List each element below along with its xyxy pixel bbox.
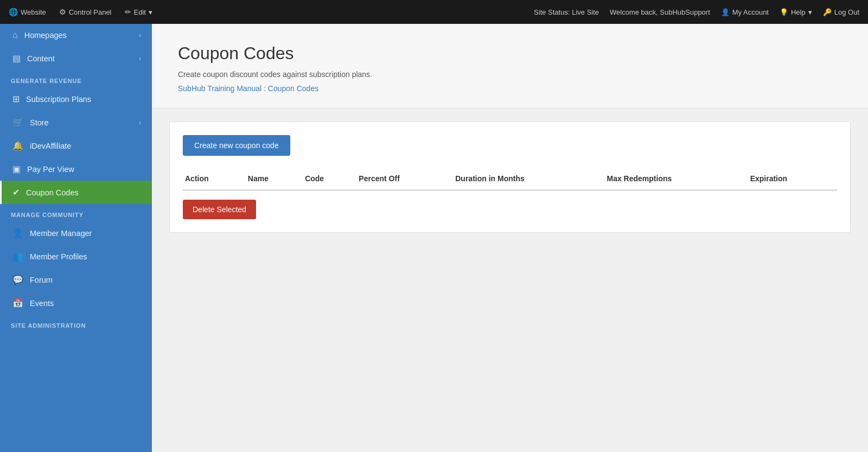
col-name: Name bbox=[246, 169, 303, 190]
logout-link[interactable]: 🔑 Log Out bbox=[823, 8, 859, 16]
sidebar-item-label: Member Manager bbox=[30, 229, 92, 238]
coupon-check-icon: ✔ bbox=[12, 187, 20, 198]
page-header: Coupon Codes Create coupon discount code… bbox=[152, 24, 868, 109]
help-chevron-icon: ▾ bbox=[808, 8, 812, 16]
website-link[interactable]: 🌐 Website bbox=[9, 8, 46, 16]
edit-chevron-icon: ▾ bbox=[149, 8, 152, 16]
my-account-icon: 👤 bbox=[721, 8, 730, 16]
sidebar-item-store[interactable]: 🛒 Store ‹ bbox=[0, 111, 152, 134]
col-percent-off: Percent Off bbox=[356, 169, 453, 190]
table-divider bbox=[183, 190, 837, 191]
globe-icon: 🌐 bbox=[9, 8, 18, 16]
member-profiles-icon: 👥 bbox=[12, 251, 23, 262]
col-expiration: Expiration bbox=[748, 169, 837, 190]
sidebar-item-coupon-codes[interactable]: ✔ Coupon Codes bbox=[0, 181, 152, 204]
page-title: Coupon Codes bbox=[178, 43, 842, 63]
sidebar-item-homepages[interactable]: ⌂ Homepages ‹ bbox=[0, 24, 152, 47]
content-area: Coupon Codes Create coupon discount code… bbox=[152, 24, 868, 452]
col-max-redemptions: Max Redemptions bbox=[604, 169, 748, 190]
site-status: Site Status: Live Site bbox=[534, 8, 599, 16]
chevron-icon: ‹ bbox=[139, 31, 141, 39]
chevron-icon: ‹ bbox=[139, 55, 141, 62]
top-bar-right: Site Status: Live Site Welcome back, Sub… bbox=[534, 8, 859, 16]
sidebar-item-label: Member Profiles bbox=[30, 252, 87, 261]
control-panel-link[interactable]: ⚙ Control Panel bbox=[59, 8, 112, 16]
events-icon: 📅 bbox=[12, 298, 23, 308]
section-manage-community: MANAGE COMMUNITY bbox=[0, 204, 152, 221]
col-duration-months: Duration in Months bbox=[453, 169, 604, 190]
sidebar-item-label: Coupon Codes bbox=[26, 188, 79, 197]
page-description: Create coupon discount codes against sub… bbox=[178, 70, 842, 79]
edit-icon: ✏ bbox=[125, 8, 131, 16]
card-body: Create new coupon code Action Name Code … bbox=[170, 122, 850, 232]
store-icon: 🛒 bbox=[12, 117, 23, 128]
help-link[interactable]: 💡 Help ▾ bbox=[780, 8, 812, 16]
top-bar-left: 🌐 Website ⚙ Control Panel ✏ Edit ▾ bbox=[9, 8, 152, 16]
top-bar: 🌐 Website ⚙ Control Panel ✏ Edit ▾ Site … bbox=[0, 0, 868, 24]
sidebar: ⌂ Homepages ‹ ▤ Content ‹ GENERATE REVEN… bbox=[0, 24, 152, 452]
affiliate-icon: 🔔 bbox=[12, 141, 23, 151]
sidebar-item-label: Content bbox=[27, 54, 55, 63]
create-coupon-button[interactable]: Create new coupon code bbox=[183, 135, 290, 156]
sidebar-item-label: Events bbox=[30, 299, 54, 308]
content-icon: ▤ bbox=[12, 53, 21, 63]
my-account-link[interactable]: 👤 My Account bbox=[721, 8, 769, 16]
subscription-icon: ⊞ bbox=[12, 94, 20, 104]
main-layout: ⌂ Homepages ‹ ▤ Content ‹ GENERATE REVEN… bbox=[0, 24, 868, 452]
home-icon: ⌂ bbox=[12, 30, 18, 40]
help-icon: 💡 bbox=[780, 8, 788, 16]
table-header: Action Name Code Percent Off Duration in… bbox=[183, 169, 837, 190]
chevron-icon: ‹ bbox=[139, 119, 141, 126]
sidebar-item-member-profiles[interactable]: 👥 Member Profiles bbox=[0, 245, 152, 268]
delete-selected-button[interactable]: Delete Selected bbox=[183, 200, 256, 219]
sidebar-item-subscription-plans[interactable]: ⊞ Subscription Plans bbox=[0, 87, 152, 111]
sidebar-item-label: Forum bbox=[30, 276, 53, 284]
edit-link[interactable]: ✏ Edit ▾ bbox=[125, 8, 152, 16]
coupon-table: Action Name Code Percent Off Duration in… bbox=[183, 169, 837, 190]
coupon-table-wrapper: Action Name Code Percent Off Duration in… bbox=[183, 169, 837, 190]
control-panel-icon: ⚙ bbox=[59, 8, 66, 16]
logout-icon: 🔑 bbox=[823, 8, 832, 16]
sidebar-item-pay-per-view[interactable]: ▣ Pay Per View bbox=[0, 157, 152, 181]
welcome-text: Welcome back, SubHubSupport bbox=[610, 8, 710, 16]
col-code: Code bbox=[303, 169, 356, 190]
sidebar-item-label: Pay Per View bbox=[27, 165, 74, 174]
forum-icon: 💬 bbox=[12, 275, 23, 285]
member-manager-icon: 👤 bbox=[12, 228, 23, 238]
sidebar-item-idevaffiliate[interactable]: 🔔 iDevAffiliate bbox=[0, 134, 152, 157]
sidebar-item-content[interactable]: ▤ Content ‹ bbox=[0, 47, 152, 70]
table-header-row: Action Name Code Percent Off Duration in… bbox=[183, 169, 837, 190]
sidebar-item-forum[interactable]: 💬 Forum bbox=[0, 268, 152, 291]
sidebar-item-member-manager[interactable]: 👤 Member Manager bbox=[0, 221, 152, 245]
ppv-icon: ▣ bbox=[12, 164, 21, 174]
sidebar-item-label: Subscription Plans bbox=[26, 95, 91, 104]
sidebar-item-label: Homepages bbox=[24, 31, 67, 40]
sidebar-item-events[interactable]: 📅 Events bbox=[0, 291, 152, 315]
coupon-codes-card: Create new coupon code Action Name Code … bbox=[169, 122, 851, 233]
training-manual-link[interactable]: SubHub Training Manual : Coupon Codes bbox=[178, 84, 318, 93]
sidebar-item-label: iDevAffiliate bbox=[30, 142, 71, 150]
section-generate-revenue: GENERATE REVENUE bbox=[0, 70, 152, 87]
sidebar-item-label: Store bbox=[30, 118, 49, 127]
section-site-administration: SITE ADMINISTRATION bbox=[0, 315, 152, 332]
col-action: Action bbox=[183, 169, 246, 190]
